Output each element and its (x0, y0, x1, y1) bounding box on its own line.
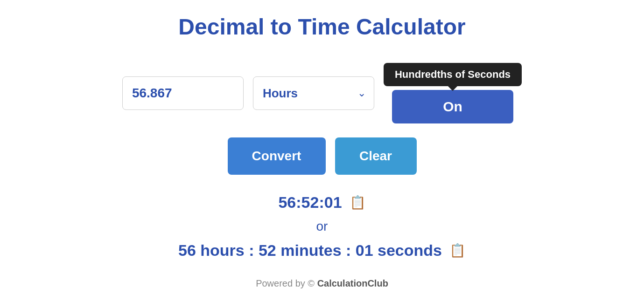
result-section: 56:52:01 📋 or 56 hours : 52 minutes : 01… (178, 193, 466, 260)
clear-button[interactable]: Clear (335, 137, 417, 175)
result-verbose: 56 hours : 52 minutes : 01 seconds (178, 241, 442, 260)
clipboard-icon-2[interactable]: 📋 (449, 243, 466, 258)
decimal-input[interactable] (122, 76, 244, 110)
result-line-1: 56:52:01 📋 (278, 193, 365, 212)
action-buttons: Convert Clear (228, 137, 417, 175)
unit-select[interactable]: Hours Minutes Seconds Days (253, 76, 374, 110)
controls-row: Hours Minutes Seconds Days ⌄ Hundredths … (122, 63, 522, 123)
clipboard-icon-1[interactable]: 📋 (350, 195, 366, 210)
result-line-2: 56 hours : 52 minutes : 01 seconds 📋 (178, 241, 466, 260)
toggle-container: Hundredths of Seconds On (384, 63, 522, 123)
footer-prefix: Powered by © (256, 278, 315, 288)
page-title: Decimal to Time Calculator (178, 14, 465, 40)
tooltip-label: Hundredths of Seconds (384, 63, 522, 86)
footer: Powered by © CalculationClub (256, 278, 388, 289)
result-or: or (316, 219, 328, 234)
convert-button[interactable]: Convert (228, 137, 326, 175)
hundredths-toggle[interactable]: On (392, 90, 513, 123)
result-short: 56:52:01 (278, 193, 342, 212)
unit-select-wrapper: Hours Minutes Seconds Days ⌄ (253, 76, 374, 110)
footer-brand: CalculationClub (317, 278, 388, 288)
